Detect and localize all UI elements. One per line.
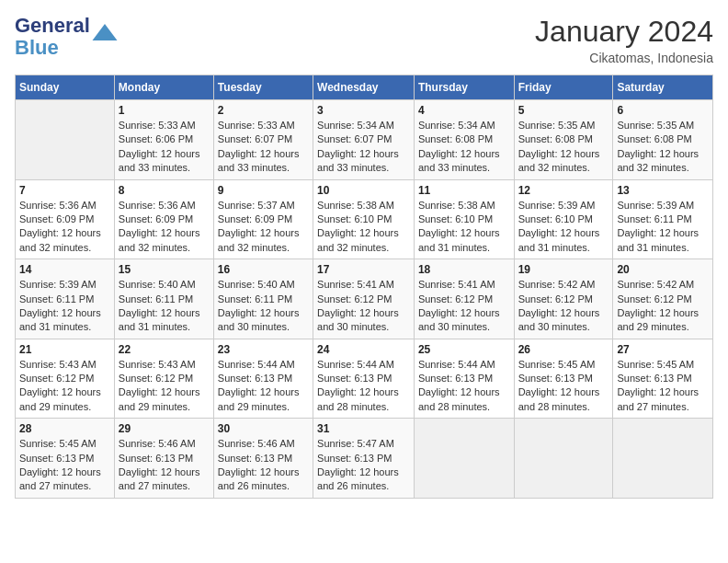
month-year-title: January 2024 xyxy=(535,15,713,49)
calendar-cell: 26Sunrise: 5:45 AMSunset: 6:13 PMDayligh… xyxy=(514,339,613,419)
calendar-cell: 21Sunrise: 5:43 AMSunset: 6:12 PMDayligh… xyxy=(16,339,115,419)
day-number: 19 xyxy=(518,263,609,276)
calendar-cell: 10Sunrise: 5:38 AMSunset: 6:10 PMDayligh… xyxy=(313,179,415,259)
calendar-cell: 19Sunrise: 5:42 AMSunset: 6:12 PMDayligh… xyxy=(514,259,613,339)
day-info: Sunrise: 5:33 AMSunset: 6:06 PMDaylight:… xyxy=(119,119,210,176)
day-number: 3 xyxy=(317,104,410,117)
calendar-cell: 23Sunrise: 5:44 AMSunset: 6:13 PMDayligh… xyxy=(213,339,313,419)
calendar-week-3: 14Sunrise: 5:39 AMSunset: 6:11 PMDayligh… xyxy=(16,259,713,339)
day-info: Sunrise: 5:35 AMSunset: 6:08 PMDaylight:… xyxy=(518,119,609,176)
logo-text: GeneralBlue xyxy=(15,15,90,59)
day-info: Sunrise: 5:42 AMSunset: 6:12 PMDaylight:… xyxy=(518,278,609,335)
day-number: 2 xyxy=(218,104,309,117)
day-number: 29 xyxy=(119,422,210,435)
day-number: 28 xyxy=(19,422,110,435)
day-number: 20 xyxy=(617,263,709,276)
day-number: 16 xyxy=(218,263,309,276)
calendar-cell: 20Sunrise: 5:42 AMSunset: 6:12 PMDayligh… xyxy=(613,259,713,339)
page-header: GeneralBlue January 2024 Cikatomas, Indo… xyxy=(15,15,713,65)
calendar-cell: 7Sunrise: 5:36 AMSunset: 6:09 PMDaylight… xyxy=(16,179,115,259)
calendar-cell: 22Sunrise: 5:43 AMSunset: 6:12 PMDayligh… xyxy=(114,339,213,419)
calendar-cell: 15Sunrise: 5:40 AMSunset: 6:11 PMDayligh… xyxy=(114,259,213,339)
day-info: Sunrise: 5:44 AMSunset: 6:13 PMDaylight:… xyxy=(218,358,309,415)
day-info: Sunrise: 5:44 AMSunset: 6:13 PMDaylight:… xyxy=(418,358,510,415)
day-info: Sunrise: 5:41 AMSunset: 6:12 PMDaylight:… xyxy=(317,278,410,335)
day-number: 9 xyxy=(218,184,309,197)
calendar-cell: 2Sunrise: 5:33 AMSunset: 6:07 PMDaylight… xyxy=(213,100,313,180)
day-info: Sunrise: 5:43 AMSunset: 6:12 PMDaylight:… xyxy=(119,358,210,415)
day-number: 1 xyxy=(119,104,210,117)
header-day-wednesday: Wednesday xyxy=(313,75,415,100)
day-info: Sunrise: 5:40 AMSunset: 6:11 PMDaylight:… xyxy=(119,278,210,335)
day-number: 12 xyxy=(518,184,609,197)
day-number: 11 xyxy=(418,184,510,197)
day-info: Sunrise: 5:39 AMSunset: 6:11 PMDaylight:… xyxy=(617,199,709,256)
svg-marker-0 xyxy=(92,24,117,40)
day-number: 4 xyxy=(418,104,510,117)
day-info: Sunrise: 5:41 AMSunset: 6:12 PMDaylight:… xyxy=(418,278,510,335)
calendar-cell: 6Sunrise: 5:35 AMSunset: 6:08 PMDaylight… xyxy=(613,100,713,180)
calendar-cell: 29Sunrise: 5:46 AMSunset: 6:13 PMDayligh… xyxy=(114,419,213,499)
day-info: Sunrise: 5:34 AMSunset: 6:08 PMDaylight:… xyxy=(418,119,510,176)
logo-icon xyxy=(92,24,118,40)
header-day-monday: Monday xyxy=(114,75,213,100)
header-day-saturday: Saturday xyxy=(613,75,713,100)
calendar-week-5: 28Sunrise: 5:45 AMSunset: 6:13 PMDayligh… xyxy=(16,419,713,499)
day-number: 21 xyxy=(19,343,110,356)
day-info: Sunrise: 5:43 AMSunset: 6:12 PMDaylight:… xyxy=(19,358,110,415)
day-number: 18 xyxy=(418,263,510,276)
calendar-cell: 14Sunrise: 5:39 AMSunset: 6:11 PMDayligh… xyxy=(16,259,115,339)
calendar-cell: 11Sunrise: 5:38 AMSunset: 6:10 PMDayligh… xyxy=(414,179,514,259)
title-area: January 2024 Cikatomas, Indonesia xyxy=(535,15,713,65)
calendar-cell: 24Sunrise: 5:44 AMSunset: 6:13 PMDayligh… xyxy=(313,339,415,419)
calendar-cell: 30Sunrise: 5:46 AMSunset: 6:13 PMDayligh… xyxy=(213,419,313,499)
day-number: 5 xyxy=(518,104,609,117)
calendar-cell: 13Sunrise: 5:39 AMSunset: 6:11 PMDayligh… xyxy=(613,179,713,259)
calendar-cell: 4Sunrise: 5:34 AMSunset: 6:08 PMDaylight… xyxy=(414,100,514,180)
day-info: Sunrise: 5:36 AMSunset: 6:09 PMDaylight:… xyxy=(119,199,210,256)
header-day-friday: Friday xyxy=(514,75,613,100)
calendar-cell: 8Sunrise: 5:36 AMSunset: 6:09 PMDaylight… xyxy=(114,179,213,259)
calendar-cell xyxy=(613,419,713,499)
location-subtitle: Cikatomas, Indonesia xyxy=(535,51,713,65)
day-info: Sunrise: 5:46 AMSunset: 6:13 PMDaylight:… xyxy=(119,437,210,494)
calendar-week-1: 1Sunrise: 5:33 AMSunset: 6:06 PMDaylight… xyxy=(16,100,713,180)
day-info: Sunrise: 5:36 AMSunset: 6:09 PMDaylight:… xyxy=(19,199,110,256)
calendar-cell: 9Sunrise: 5:37 AMSunset: 6:09 PMDaylight… xyxy=(213,179,313,259)
calendar-cell: 1Sunrise: 5:33 AMSunset: 6:06 PMDaylight… xyxy=(114,100,213,180)
calendar-cell: 16Sunrise: 5:40 AMSunset: 6:11 PMDayligh… xyxy=(213,259,313,339)
day-info: Sunrise: 5:38 AMSunset: 6:10 PMDaylight:… xyxy=(317,199,410,256)
day-number: 22 xyxy=(119,343,210,356)
calendar-header-row: SundayMondayTuesdayWednesdayThursdayFrid… xyxy=(16,75,713,100)
day-info: Sunrise: 5:35 AMSunset: 6:08 PMDaylight:… xyxy=(617,119,709,176)
calendar-cell: 31Sunrise: 5:47 AMSunset: 6:13 PMDayligh… xyxy=(313,419,415,499)
calendar-week-4: 21Sunrise: 5:43 AMSunset: 6:12 PMDayligh… xyxy=(16,339,713,419)
day-number: 13 xyxy=(617,184,709,197)
calendar-cell: 27Sunrise: 5:45 AMSunset: 6:13 PMDayligh… xyxy=(613,339,713,419)
calendar-cell: 25Sunrise: 5:44 AMSunset: 6:13 PMDayligh… xyxy=(414,339,514,419)
calendar-cell: 5Sunrise: 5:35 AMSunset: 6:08 PMDaylight… xyxy=(514,100,613,180)
day-info: Sunrise: 5:44 AMSunset: 6:13 PMDaylight:… xyxy=(317,358,410,415)
day-number: 10 xyxy=(317,184,410,197)
day-info: Sunrise: 5:37 AMSunset: 6:09 PMDaylight:… xyxy=(218,199,309,256)
calendar-cell: 18Sunrise: 5:41 AMSunset: 6:12 PMDayligh… xyxy=(414,259,514,339)
day-number: 25 xyxy=(418,343,510,356)
day-number: 6 xyxy=(617,104,709,117)
day-number: 7 xyxy=(19,184,110,197)
header-day-tuesday: Tuesday xyxy=(213,75,313,100)
day-info: Sunrise: 5:34 AMSunset: 6:07 PMDaylight:… xyxy=(317,119,410,176)
calendar-cell: 28Sunrise: 5:45 AMSunset: 6:13 PMDayligh… xyxy=(16,419,115,499)
day-info: Sunrise: 5:45 AMSunset: 6:13 PMDaylight:… xyxy=(518,358,609,415)
day-number: 27 xyxy=(617,343,709,356)
day-number: 23 xyxy=(218,343,309,356)
header-day-sunday: Sunday xyxy=(16,75,115,100)
day-info: Sunrise: 5:38 AMSunset: 6:10 PMDaylight:… xyxy=(418,199,510,256)
logo: GeneralBlue xyxy=(15,15,118,59)
day-number: 26 xyxy=(518,343,609,356)
day-info: Sunrise: 5:45 AMSunset: 6:13 PMDaylight:… xyxy=(617,358,709,415)
day-info: Sunrise: 5:33 AMSunset: 6:07 PMDaylight:… xyxy=(218,119,309,176)
header-day-thursday: Thursday xyxy=(414,75,514,100)
calendar-cell xyxy=(16,100,115,180)
day-number: 8 xyxy=(119,184,210,197)
day-info: Sunrise: 5:47 AMSunset: 6:13 PMDaylight:… xyxy=(317,437,410,494)
